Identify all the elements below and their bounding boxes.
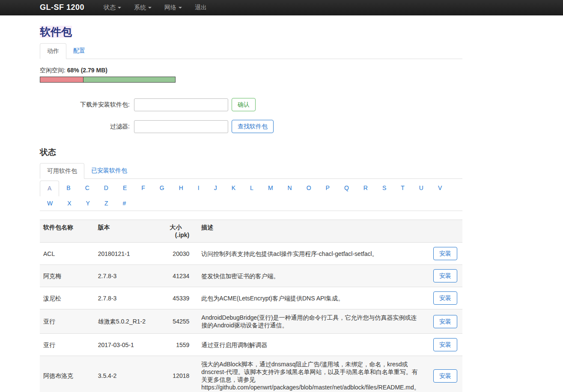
letter-tab-p[interactable]: P bbox=[319, 181, 337, 196]
alphabet-pager: A B C D E F G H I J K L M N O P Q R S T … bbox=[40, 181, 462, 211]
progress-free-segment bbox=[83, 77, 175, 82]
letter-tab-b[interactable]: B bbox=[59, 181, 77, 196]
install-button[interactable]: 安装 bbox=[433, 315, 457, 328]
letter-tab-hash[interactable]: # bbox=[115, 196, 133, 211]
package-size: 45339 bbox=[166, 287, 193, 309]
package-size: 20030 bbox=[166, 243, 193, 265]
letter-tab-d[interactable]: D bbox=[97, 181, 116, 196]
letter-tab-q[interactable]: Q bbox=[337, 181, 356, 196]
confirm-button[interactable]: 确认 bbox=[232, 98, 256, 111]
install-button[interactable]: 安装 bbox=[433, 291, 457, 305]
install-row: 下载并安装软件包: 确认 bbox=[40, 98, 462, 111]
filter-row: 过滤器: 查找软件包 bbox=[40, 120, 462, 133]
letter-tab-i[interactable]: I bbox=[191, 181, 207, 196]
package-form: 下载并安装软件包: 确认 过滤器: 查找软件包 bbox=[40, 98, 462, 133]
nav-item-network-label: 网络 bbox=[164, 4, 176, 12]
package-name: 阿德布洛克 bbox=[40, 356, 95, 392]
package-name: 亚行 bbox=[40, 309, 95, 334]
packages-table: 软件包名称 版本 大小(.ipk) 描述 ACL 20180121-1 2003… bbox=[40, 220, 462, 392]
letter-tab-m[interactable]: M bbox=[261, 181, 280, 196]
letter-tab-v[interactable]: V bbox=[431, 181, 449, 196]
letter-tab-w[interactable]: W bbox=[40, 196, 60, 211]
header-package-name: 软件包名称 bbox=[40, 220, 95, 243]
chevron-down-icon bbox=[148, 7, 152, 9]
free-space-value: 68% (2.79 MB) bbox=[67, 67, 107, 74]
letter-tab-f[interactable]: F bbox=[134, 181, 152, 196]
free-space-section: 空闲空间: 68% (2.79 MB) bbox=[40, 67, 462, 83]
letter-tab-k[interactable]: K bbox=[224, 181, 243, 196]
letter-tab-o[interactable]: O bbox=[299, 181, 319, 196]
install-button[interactable]: 安装 bbox=[433, 247, 457, 260]
table-row: 阿克梅 2.7.8-3 41234 签发快信加密证书的客户端。 安装 bbox=[40, 265, 462, 287]
nav-item-status[interactable]: 状态 bbox=[97, 0, 128, 15]
letter-tab-x[interactable]: X bbox=[60, 196, 78, 211]
package-name: 泼尼松 bbox=[40, 287, 95, 309]
letter-tab-e[interactable]: E bbox=[116, 181, 134, 196]
header-size-line2: (.ipk) bbox=[170, 231, 189, 239]
install-button[interactable]: 安装 bbox=[433, 269, 457, 282]
status-section-title: 状态 bbox=[40, 147, 462, 158]
letter-tab-n[interactable]: N bbox=[280, 181, 299, 196]
package-version: 2.7.8-3 bbox=[95, 287, 167, 309]
package-version: 2017-03-05-1 bbox=[95, 334, 167, 356]
package-version: 雄激素5.0.2_R1-2 bbox=[95, 309, 167, 334]
letter-tab-l[interactable]: L bbox=[243, 181, 261, 196]
table-header-row: 软件包名称 版本 大小(.ipk) 描述 bbox=[40, 220, 462, 243]
letter-tab-u[interactable]: U bbox=[412, 181, 431, 196]
nav-item-logout-label: 退出 bbox=[195, 4, 207, 12]
package-list-tabs: 可用软件包 已安装软件包 bbox=[40, 163, 462, 179]
tab-available-packages[interactable]: 可用软件包 bbox=[40, 163, 84, 179]
nav-item-system[interactable]: 系统 bbox=[128, 0, 158, 15]
letter-tab-g[interactable]: G bbox=[152, 181, 172, 196]
tab-actions[interactable]: 动作 bbox=[40, 43, 66, 59]
header-size: 大小(.ipk) bbox=[166, 220, 193, 243]
tab-installed-packages[interactable]: 已安装软件包 bbox=[84, 163, 134, 179]
package-version: 20180121-1 bbox=[95, 243, 167, 265]
header-version: 版本 bbox=[95, 220, 167, 243]
letter-tab-h[interactable]: H bbox=[172, 181, 191, 196]
chevron-down-icon bbox=[118, 7, 121, 9]
letter-tab-t[interactable]: T bbox=[393, 181, 412, 196]
nav-item-logout[interactable]: 退出 bbox=[188, 0, 213, 15]
letter-tab-c[interactable]: C bbox=[78, 181, 97, 196]
package-name: 阿克梅 bbox=[40, 265, 95, 287]
table-row: 阿德布洛克 3.5.4-2 12018 强大的AdBlock脚本，通过dnsma… bbox=[40, 356, 462, 392]
filter-input[interactable] bbox=[134, 120, 228, 133]
package-size: 41234 bbox=[166, 265, 193, 287]
letter-tab-j[interactable]: J bbox=[207, 181, 224, 196]
find-package-button[interactable]: 查找软件包 bbox=[232, 120, 274, 133]
letter-tab-y[interactable]: Y bbox=[79, 196, 97, 211]
letter-tab-a[interactable]: A bbox=[40, 181, 59, 196]
top-navbar: GL-SF 1200 状态 系统 网络 退出 bbox=[0, 0, 563, 15]
header-action bbox=[423, 220, 462, 243]
brand-title[interactable]: GL-SF 1200 bbox=[40, 3, 84, 12]
nav-item-status-label: 状态 bbox=[104, 4, 116, 12]
package-version: 3.5.4-2 bbox=[95, 356, 167, 392]
package-description: 通过亚行启用调制解调器 bbox=[193, 334, 423, 356]
header-size-line1: 大小 bbox=[170, 224, 182, 231]
package-size: 12018 bbox=[166, 356, 193, 392]
page-title-text: 软件包 bbox=[40, 26, 72, 38]
letter-tab-r[interactable]: R bbox=[356, 181, 375, 196]
package-description: AndroidDebugBridge(亚行)是一种通用的命令行工具，它允许您与仿… bbox=[193, 309, 423, 334]
tab-configuration[interactable]: 配置 bbox=[66, 43, 92, 59]
package-size: 54255 bbox=[166, 309, 193, 334]
letter-tab-s[interactable]: S bbox=[375, 181, 393, 196]
free-space-progressbar bbox=[40, 77, 176, 83]
progress-used-segment bbox=[40, 77, 83, 82]
install-button[interactable]: 安装 bbox=[433, 338, 457, 351]
package-description: 访问控制列表支持此包提供acl操作实用程序-chacl-getfacl-setf… bbox=[193, 243, 423, 265]
free-space-label: 空闲空间: bbox=[40, 67, 66, 74]
letter-tab-z[interactable]: Z bbox=[97, 196, 116, 211]
install-label: 下载并安装软件包: bbox=[40, 101, 130, 109]
table-row: 亚行 2017-03-05-1 1559 通过亚行启用调制解调器 安装 bbox=[40, 334, 462, 356]
header-description: 描述 bbox=[193, 220, 423, 243]
nav-item-network[interactable]: 网络 bbox=[158, 0, 188, 15]
table-row: 亚行 雄激素5.0.2_R1-2 54255 AndroidDebugBridg… bbox=[40, 309, 462, 334]
chevron-down-icon bbox=[179, 7, 182, 9]
table-row: ACL 20180121-1 20030 访问控制列表支持此包提供acl操作实用… bbox=[40, 243, 462, 265]
install-button[interactable]: 安装 bbox=[433, 369, 457, 383]
nav-item-system-label: 系统 bbox=[134, 4, 146, 12]
install-input[interactable] bbox=[134, 98, 228, 111]
package-description: 签发快信加密证书的客户端。 bbox=[193, 265, 423, 287]
